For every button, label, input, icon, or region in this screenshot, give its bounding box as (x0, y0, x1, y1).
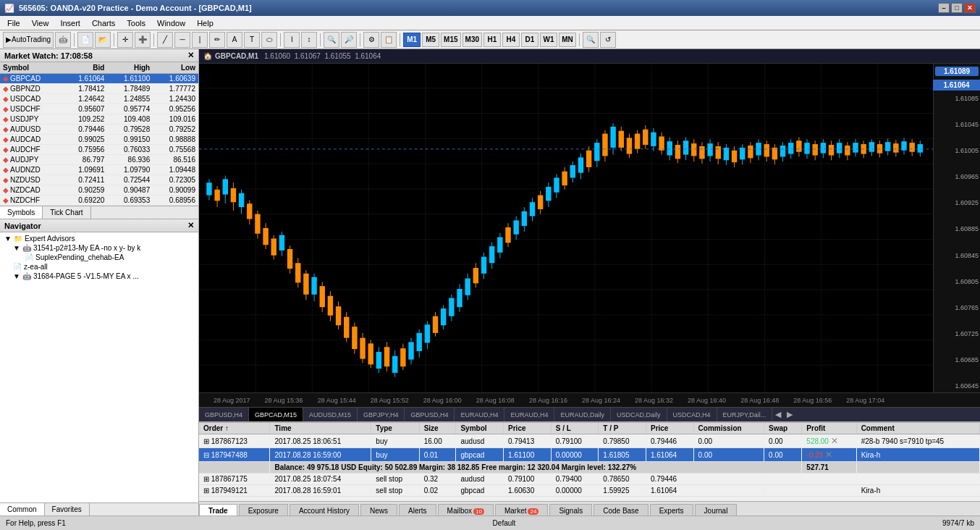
th-type[interactable]: Type (371, 423, 419, 434)
terminal-tab-trade[interactable]: Trade (199, 504, 237, 516)
refresh-btn[interactable]: ↺ (600, 32, 616, 48)
chart-tab-gbpusd-h4[interactable]: GBPUSD,H4 (199, 408, 249, 421)
autotrade-button[interactable]: ▶ AutoTrading (3, 32, 54, 48)
th-profit[interactable]: Profit (802, 423, 856, 434)
terminal-tab-journal[interactable]: Journal (695, 504, 738, 516)
navigator-close-icon[interactable]: ✕ (187, 221, 194, 230)
market-watch-row[interactable]: ◆USDCAD 1.24642 1.24855 1.24430 (0, 94, 198, 104)
tabs-scroll-left[interactable]: ◀ (772, 410, 784, 419)
menu-window[interactable]: Window (151, 17, 191, 29)
market-watch-row[interactable]: ◆USDJPY 109.252 109.408 109.016 (0, 114, 198, 125)
line-btn[interactable]: ╱ (157, 32, 173, 48)
close-button[interactable]: ✕ (964, 3, 976, 13)
market-watch-row[interactable]: ◆AUDJPY 86.797 86.936 86.516 (0, 155, 198, 165)
th-symbol[interactable]: Symbol (456, 423, 504, 434)
th-commission[interactable]: Commission (693, 423, 764, 434)
chart-tab-euraud-h4-2[interactable]: EURAUD,H4 (504, 408, 554, 421)
terminal-tab-codebase[interactable]: Code Base (594, 504, 648, 516)
market-watch-row[interactable]: ◆AUDCAD 0.99025 0.99150 0.98888 (0, 135, 198, 145)
nav-tab-common[interactable]: Common (0, 503, 45, 516)
menu-view[interactable]: View (26, 17, 55, 29)
th-sl[interactable]: S / L (551, 423, 599, 434)
terminal-tab-account-history[interactable]: Account History (290, 504, 359, 516)
maximize-button[interactable]: □ (951, 3, 963, 13)
label-btn[interactable]: T (244, 32, 260, 48)
tf-h1[interactable]: H1 (483, 33, 501, 47)
market-watch-row[interactable]: ◆NZDUSD 0.72411 0.72544 0.72305 (0, 175, 198, 185)
terminal-tab-experts[interactable]: Experts (650, 504, 693, 516)
tab-symbols[interactable]: Symbols (0, 206, 43, 219)
menu-tools[interactable]: Tools (121, 17, 151, 29)
nav-ea-3[interactable]: ▼ 🤖 31684-PAGE 5 -V1.5-MY EA x ... (1, 272, 197, 281)
market-watch-row[interactable]: ◆USDCHF 0.95607 0.95774 0.95256 (0, 104, 198, 114)
expert-icon-btn[interactable]: 🤖 (55, 32, 71, 48)
menu-file[interactable]: File (1, 17, 26, 29)
col-low[interactable]: Low (153, 62, 198, 74)
th-current-price[interactable]: Price (646, 423, 693, 434)
terminal-tab-signals[interactable]: Signals (549, 504, 592, 516)
col-bid[interactable]: Bid (62, 62, 108, 74)
th-order[interactable]: Order ↑ (199, 423, 270, 434)
chart-tab-gbpjpy-h4[interactable]: GBPJPY,H4 (358, 408, 405, 421)
th-comment[interactable]: Comment (856, 423, 979, 434)
market-watch-row[interactable]: ◆NZDCAD 0.90259 0.90487 0.90099 (0, 185, 198, 195)
tf-m15[interactable]: M15 (441, 33, 460, 47)
ellipse-btn[interactable]: ⬭ (261, 32, 277, 48)
search-btn[interactable]: 🔍 (583, 32, 599, 48)
chart-tab-usdcad-daily[interactable]: USDCAD,Daily (611, 408, 667, 421)
nav-expert-advisors[interactable]: ▼ 📁 Expert Advisors (1, 234, 197, 243)
col-high[interactable]: High (107, 62, 153, 74)
nav-tab-favorites[interactable]: Favorites (45, 503, 90, 516)
nav-ea-1-sub[interactable]: 📄 SuplexPending_chehab-EA (1, 253, 197, 262)
tab-tick-chart[interactable]: Tick Chart (43, 206, 90, 219)
th-tp[interactable]: T / P (599, 423, 646, 434)
chart-tab-audusd-m15[interactable]: AUDUSD,M15 (303, 408, 358, 421)
pen-btn[interactable]: ✏ (209, 32, 225, 48)
tf-h4[interactable]: H4 (502, 33, 520, 47)
close-order-btn[interactable]: ✕ (825, 450, 832, 460)
nav-ea-1[interactable]: ▼ 🤖 31541-p2#13-My EA -no x y- by k (1, 243, 197, 253)
terminal-row[interactable]: ⊞ 187867123 2017.08.25 18:06:51 buy 16.0… (199, 434, 980, 448)
market-watch-row[interactable]: ◆NZDCHF 0.69220 0.69353 0.68956 (0, 195, 198, 206)
tf-m5[interactable]: M5 (422, 33, 439, 47)
th-size[interactable]: Size (419, 423, 456, 434)
terminal-table-container[interactable]: Order ↑ Time Type Size Symbol Price S / … (199, 423, 980, 501)
market-watch-row[interactable]: ◆GBPCAD 1.61064 1.61100 1.60639 (0, 74, 198, 84)
terminal-row[interactable]: ⊞ 187867175 2017.08.25 18:07:54 sell sto… (199, 474, 980, 485)
arrow-btn[interactable]: ↕ (301, 32, 317, 48)
th-swap[interactable]: Swap (764, 423, 802, 434)
zoom-in2-btn[interactable]: 🔍 (324, 32, 339, 48)
chart-tab-eurjpy[interactable]: EURJPY,Dail... (717, 408, 773, 421)
chart-tab-gbpcad-m15[interactable]: GBPCAD,M15 (249, 408, 303, 421)
tabs-scroll-right[interactable]: ▶ (784, 410, 795, 419)
terminal-row[interactable]: Balance: 49 975.18 USD Equity: 50 502.89… (199, 462, 980, 474)
terminal-row[interactable]: ⊞ 187949121 2017.08.28 16:59:01 sell sto… (199, 485, 980, 497)
market-watch-scroll[interactable]: Symbol Bid High Low ◆GBPCAD 1.61064 1.61… (0, 62, 198, 206)
template-btn[interactable]: 📋 (381, 32, 397, 48)
terminal-tab-news[interactable]: News (360, 504, 397, 516)
prop-btn[interactable]: ⚙ (363, 32, 379, 48)
market-watch-row[interactable]: ◆AUDUSD 0.79446 0.79528 0.79252 (0, 125, 198, 135)
new-chart-btn[interactable]: 📄 (77, 32, 93, 48)
tf-m30[interactable]: M30 (462, 33, 482, 47)
crosshair-btn[interactable]: ✛ (117, 32, 133, 48)
hline-btn[interactable]: ─ (174, 32, 190, 48)
zoom-out-btn[interactable]: 🔎 (341, 32, 357, 48)
market-watch-row[interactable]: ◆AUDCHF 0.75956 0.76033 0.75568 (0, 145, 198, 155)
tf-d1[interactable]: D1 (521, 33, 538, 47)
menu-charts[interactable]: Charts (86, 17, 121, 29)
col-symbol[interactable]: Symbol (0, 62, 62, 74)
menu-help[interactable]: Help (191, 17, 219, 29)
terminal-tab-exposure[interactable]: Exposure (239, 504, 288, 516)
minimize-button[interactable]: – (938, 3, 950, 13)
close-order-btn[interactable]: ✕ (831, 436, 838, 446)
nav-ea-2[interactable]: 📄 z-ea-all (1, 262, 197, 272)
vline-btn[interactable]: | (192, 32, 208, 48)
chart-tab-gbpusd-h4-2[interactable]: GBPUSD,H4 (405, 408, 455, 421)
menu-insert[interactable]: Insert (54, 17, 86, 29)
tf-w1[interactable]: W1 (540, 33, 557, 47)
terminal-tab-market[interactable]: Market24 (495, 504, 548, 516)
zoom-in-btn[interactable]: ➕ (135, 32, 151, 48)
terminal-tab-mailbox[interactable]: Mailbox10 (438, 504, 494, 516)
chart-tab-usdcad-h4[interactable]: USDCAD,H4 (667, 408, 717, 421)
